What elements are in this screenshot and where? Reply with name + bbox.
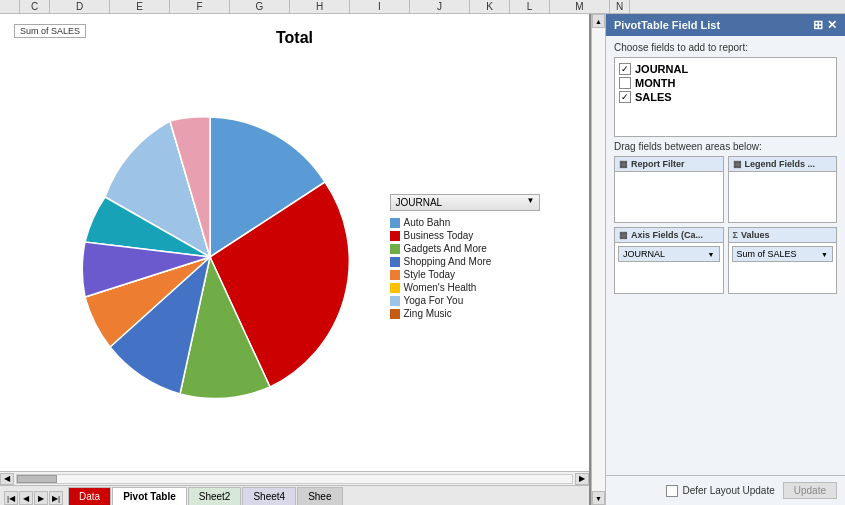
scroll-v-track[interactable]: [592, 28, 605, 491]
legend-label-autobahn: Auto Bahn: [404, 217, 451, 228]
scroll-thumb-h[interactable]: [17, 475, 57, 483]
pivot-config-icon[interactable]: ⊞: [813, 18, 823, 32]
legend-item-gadgets: Gadgets And More: [390, 243, 540, 254]
col-j: J: [410, 0, 470, 13]
legend-item-womens: Women's Health: [390, 282, 540, 293]
field-list-section: Choose fields to add to report: JOURNAL …: [606, 36, 845, 141]
col-m: M: [550, 0, 610, 13]
legend-color-shopping: [390, 257, 400, 267]
col-d: D: [50, 0, 110, 13]
values-box: Σ Values Sum of SALES ▼: [728, 227, 838, 294]
chart-container: Sum of SALES Total: [0, 14, 589, 471]
month-label: MONTH: [635, 77, 675, 89]
pivot-footer: Defer Layout Update Update: [606, 475, 845, 505]
legend-item-zing: Zing Music: [390, 308, 540, 319]
legend-fields-header: ▦ Legend Fields ...: [729, 157, 837, 172]
legend-label-gadgets: Gadgets And More: [404, 243, 487, 254]
sum-sales-name: Sum of SALES: [737, 249, 797, 259]
legend-color-zing: [390, 309, 400, 319]
axis-fields-header: ▦ Axis Fields (Ca...: [615, 228, 723, 243]
scroll-up-btn[interactable]: ▲: [592, 14, 605, 28]
legend-color-yoga: [390, 296, 400, 306]
axis-fields-label: Axis Fields (Ca...: [631, 230, 703, 240]
tab-sheet2[interactable]: Sheet2: [188, 487, 242, 505]
pivot-close-icon[interactable]: ✕: [827, 18, 837, 32]
pivot-panel-header: PivotTable Field List ⊞ ✕: [606, 14, 845, 36]
areas-grid: ▦ Report Filter ▦ Legend Fields ... ▦: [614, 156, 837, 294]
sum-sales-tag[interactable]: Sum of SALES ▼: [732, 246, 834, 262]
col-e: E: [110, 0, 170, 13]
legend-item-shopping: Shopping And More: [390, 256, 540, 267]
axis-fields-icon: ▦: [619, 230, 628, 240]
legend-fields-box: ▦ Legend Fields ...: [728, 156, 838, 223]
field-month[interactable]: MONTH: [619, 76, 832, 90]
col-k: K: [470, 0, 510, 13]
legend-color-autobahn: [390, 218, 400, 228]
legend-label-shopping: Shopping And More: [404, 256, 492, 267]
tab-nav-prev[interactable]: ◀: [19, 491, 33, 505]
col-i: I: [350, 0, 410, 13]
axis-fields-body[interactable]: JOURNAL ▼: [615, 243, 723, 293]
horizontal-scrollbar[interactable]: ◀ ▶: [0, 471, 589, 485]
sales-label: SALES: [635, 91, 672, 103]
axis-journal-arrow[interactable]: ▼: [708, 251, 715, 258]
col-h: H: [290, 0, 350, 13]
legend-label-style: Style Today: [404, 269, 456, 280]
vertical-scrollbar[interactable]: ▲ ▼: [591, 14, 605, 505]
scroll-down-btn[interactable]: ▼: [592, 491, 605, 505]
tab-data[interactable]: Data: [68, 487, 111, 505]
report-filter-box: ▦ Report Filter: [614, 156, 724, 223]
defer-text: Defer Layout Update: [682, 485, 774, 496]
journal-label: JOURNAL: [635, 63, 688, 75]
month-checkbox[interactable]: [619, 77, 631, 89]
legend-label-womens: Women's Health: [404, 282, 477, 293]
journal-checkbox[interactable]: [619, 63, 631, 75]
tab-pivot-table[interactable]: Pivot Table: [112, 487, 187, 505]
sales-checkbox[interactable]: [619, 91, 631, 103]
pie-svg: [50, 97, 370, 417]
legend-item-autobahn: Auto Bahn: [390, 217, 540, 228]
values-header: Σ Values: [729, 228, 837, 243]
sum-badge: Sum of SALES: [14, 24, 86, 38]
col-f: F: [170, 0, 230, 13]
values-body[interactable]: Sum of SALES ▼: [729, 243, 837, 293]
legend-fields-label: Legend Fields ...: [745, 159, 816, 169]
field-sales[interactable]: SALES: [619, 90, 832, 104]
pivot-areas-section: Drag fields between areas below: ▦ Repor…: [606, 141, 845, 294]
report-filter-label: Report Filter: [631, 159, 685, 169]
col-n: N: [610, 0, 630, 13]
values-label: Values: [741, 230, 770, 240]
sum-sales-arrow[interactable]: ▼: [821, 251, 828, 258]
report-filter-icon: ▦: [619, 159, 628, 169]
report-filter-body[interactable]: [615, 172, 723, 222]
pivot-header-icons: ⊞ ✕: [813, 18, 837, 32]
legend-item-businesstoday: Business Today: [390, 230, 540, 241]
tab-nav-first[interactable]: |◀: [4, 491, 18, 505]
pivot-panel: PivotTable Field List ⊞ ✕ Choose fields …: [605, 14, 845, 505]
tab-nav-next[interactable]: ▶: [34, 491, 48, 505]
scroll-right-btn[interactable]: ▶: [575, 473, 589, 485]
tab-sheet-extra[interactable]: Shee: [297, 487, 342, 505]
tab-nav-last[interactable]: ▶|: [49, 491, 63, 505]
defer-checkbox[interactable]: [666, 485, 678, 497]
scroll-track[interactable]: [16, 474, 573, 484]
legend-label-yoga: Yoga For You: [404, 295, 464, 306]
legend-color-businesstoday: [390, 231, 400, 241]
choose-fields-label: Choose fields to add to report:: [614, 42, 837, 53]
pie-chart[interactable]: [50, 97, 370, 417]
drag-fields-label: Drag fields between areas below:: [614, 141, 837, 152]
update-button[interactable]: Update: [783, 482, 837, 499]
column-headers: C D E F G H I J K L M N: [0, 0, 845, 14]
chart-body: JOURNAL Auto Bahn Business Today Gadgets…: [10, 52, 579, 461]
legend-label-businesstoday: Business Today: [404, 230, 474, 241]
field-journal[interactable]: JOURNAL: [619, 62, 832, 76]
axis-journal-tag[interactable]: JOURNAL ▼: [618, 246, 720, 262]
defer-label-container: Defer Layout Update: [666, 485, 774, 497]
report-filter-header: ▦ Report Filter: [615, 157, 723, 172]
tab-sheet4[interactable]: Sheet4: [242, 487, 296, 505]
legend-color-gadgets: [390, 244, 400, 254]
col-g: G: [230, 0, 290, 13]
scroll-left-btn[interactable]: ◀: [0, 473, 14, 485]
legend-fields-body[interactable]: [729, 172, 837, 222]
legend-dropdown[interactable]: JOURNAL: [390, 194, 540, 211]
